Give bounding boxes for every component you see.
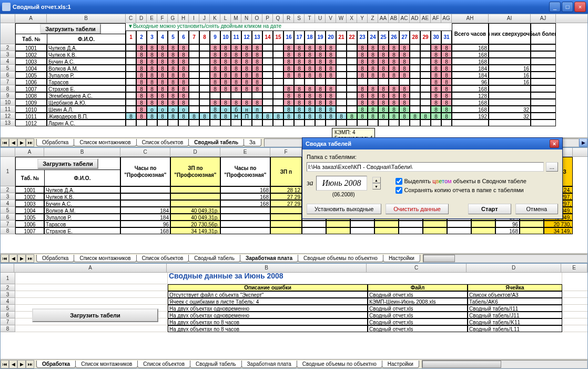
save-copy-checkbox[interactable]	[396, 187, 402, 194]
day-cell[interactable]	[347, 65, 357, 72]
day-cell[interactable]: 8	[389, 51, 399, 58]
tab-no-cell[interactable]: 1001	[15, 44, 47, 51]
day-cell[interactable]: 8	[378, 72, 389, 78]
day-cell[interactable]	[126, 92, 136, 99]
day-cell[interactable]	[336, 58, 347, 65]
col-header[interactable]: AF	[431, 14, 441, 23]
overtime-cell[interactable]	[489, 51, 531, 58]
day-cell[interactable]	[283, 119, 294, 126]
day-header[interactable]: 2	[136, 31, 147, 44]
day-cell[interactable]	[410, 99, 420, 106]
day-cell[interactable]: 8	[368, 106, 378, 113]
col-header[interactable]: C	[126, 14, 136, 23]
salary-cell[interactable]	[170, 193, 220, 200]
day-cell[interactable]: 8	[136, 65, 147, 72]
sheet-tab[interactable]: Обработка	[36, 255, 74, 262]
day-cell[interactable]: 8	[305, 99, 315, 106]
day-header[interactable]: 6	[178, 31, 189, 44]
day-cell[interactable]	[336, 51, 347, 58]
overtime-cell[interactable]: 16	[489, 72, 531, 78]
day-cell[interactable]: 8	[147, 51, 157, 58]
day-cell[interactable]: 8	[210, 106, 220, 113]
day-header[interactable]: 8	[199, 31, 210, 44]
day-cell[interactable]: 8	[252, 85, 262, 92]
day-header[interactable]: 4	[157, 31, 168, 44]
day-cell[interactable]	[126, 72, 136, 78]
day-cell[interactable]: 8	[252, 51, 262, 58]
day-cell[interactable]: 8	[368, 51, 378, 58]
day-header[interactable]: 20	[326, 31, 336, 44]
day-cell[interactable]	[136, 119, 147, 126]
period-down-button[interactable]: ▼	[372, 183, 381, 190]
hours-cell[interactable]	[120, 200, 170, 207]
col-header[interactable]: C	[120, 148, 170, 156]
day-cell[interactable]	[420, 44, 431, 51]
hours-cell[interactable]	[220, 227, 270, 234]
day-cell[interactable]: 8	[147, 65, 157, 72]
error-desc-cell[interactable]: Ячеек с ошибками в листе Табель: 4	[168, 298, 368, 305]
day-cell[interactable]: 8	[294, 58, 305, 65]
hours-cell[interactable]: 192	[452, 113, 489, 119]
day-cell[interactable]: 8	[136, 106, 147, 113]
day-cell[interactable]: 8	[168, 58, 178, 65]
day-cell[interactable]: 8	[210, 85, 220, 92]
day-cell[interactable]	[199, 72, 210, 78]
day-cell[interactable]	[336, 92, 347, 99]
sick-cell[interactable]	[531, 106, 556, 113]
day-cell[interactable]	[210, 92, 220, 99]
hours-cell[interactable]: 96	[120, 221, 170, 227]
day-cell[interactable]: 8	[294, 92, 305, 99]
error-desc-cell[interactable]: На двух объектах одновременно	[168, 312, 368, 318]
day-header[interactable]: 30	[431, 31, 441, 44]
day-cell[interactable]: 8	[305, 72, 315, 78]
fio-cell[interactable]: Волков А.М.	[47, 65, 126, 72]
hours-cell[interactable]: 168	[120, 227, 170, 234]
day-cell[interactable]	[199, 58, 210, 65]
day-cell[interactable]: 8	[441, 85, 452, 92]
overtime-cell[interactable]	[489, 58, 531, 65]
hours-cell[interactable]	[120, 186, 170, 193]
day-cell[interactable]	[357, 78, 368, 85]
tab-no-cell[interactable]: 1011	[15, 113, 47, 119]
day-cell[interactable]: 8	[357, 51, 368, 58]
day-cell[interactable]: 8	[431, 51, 441, 58]
day-cell[interactable]	[368, 78, 378, 85]
day-cell[interactable]	[262, 85, 273, 92]
day-cell[interactable]: 8	[210, 78, 220, 85]
salary-cell[interactable]: 40 049,31p.	[170, 214, 220, 221]
sheet-tab[interactable]: Настройки	[382, 361, 419, 368]
day-cell[interactable]: 8	[378, 51, 389, 58]
day-cell[interactable]: 8	[294, 72, 305, 78]
col-header[interactable]: E	[220, 148, 270, 156]
sick-cell[interactable]	[531, 65, 556, 72]
col-header[interactable]: AJ	[531, 14, 556, 23]
col-header[interactable]: AB	[389, 14, 399, 23]
day-cell[interactable]: 8	[168, 92, 178, 99]
day-cell[interactable]	[220, 119, 231, 126]
day-cell[interactable]: 8	[147, 92, 157, 99]
minimize-button[interactable]: _	[549, 2, 561, 12]
day-cell[interactable]: 8	[294, 99, 305, 106]
tab-no-cell[interactable]: 1012	[15, 119, 47, 126]
day-cell[interactable]: 8	[441, 58, 452, 65]
day-cell[interactable]: 8	[431, 72, 441, 78]
day-cell[interactable]	[273, 85, 283, 92]
day-cell[interactable]	[189, 106, 199, 113]
day-cell[interactable]: 8	[168, 51, 178, 58]
folder-path-input[interactable]	[307, 162, 544, 172]
load-tables-button[interactable]: Загрузить табели	[37, 158, 98, 169]
day-cell[interactable]	[189, 85, 199, 92]
day-cell[interactable]: 8	[241, 99, 252, 106]
day-cell[interactable]: 8	[157, 113, 168, 119]
day-cell[interactable]: 8	[326, 51, 336, 58]
sheet-tab[interactable]: За	[244, 139, 261, 146]
col-header[interactable]: B	[47, 14, 126, 23]
col-header[interactable]: D	[136, 14, 147, 23]
day-cell[interactable]: 8	[378, 65, 389, 72]
day-cell[interactable]: 8	[273, 113, 283, 119]
tab-no-cell[interactable]: 1009	[15, 99, 47, 106]
tab-nav-prev[interactable]: ◀	[9, 138, 17, 147]
day-cell[interactable]: 8	[326, 113, 336, 119]
col-header[interactable]: D	[170, 148, 220, 156]
hours-cell[interactable]: 168	[452, 85, 489, 92]
